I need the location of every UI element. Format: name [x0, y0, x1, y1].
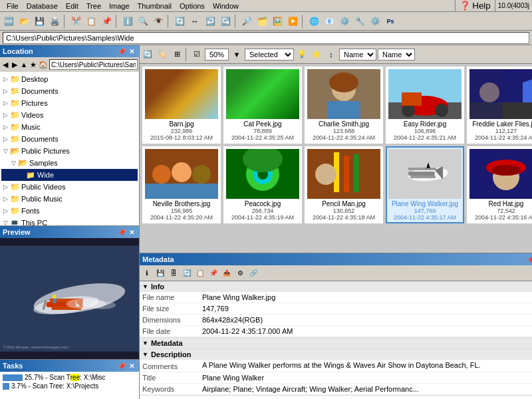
- meta-info-btn[interactable]: ℹ: [141, 267, 153, 279]
- tree-documents[interactable]: ▷ 📁 Documents: [1, 85, 138, 97]
- meta-section-metadata-header[interactable]: ▼ Metadata: [140, 338, 532, 348]
- thumb-easyrider[interactable]: Easy Rider.jpg 106,896 2004-11-22 4:35:2…: [386, 66, 464, 144]
- menu-database[interactable]: Database: [23, 1, 62, 11]
- thumb-pencilman[interactable]: Pencil Man.jpg 130,652 2004-11-22 4:35:1…: [305, 146, 383, 223]
- flip-btn[interactable]: ↔️: [188, 14, 202, 29]
- meta-pin-btn[interactable]: 📌: [526, 255, 532, 264]
- filter-dropdown[interactable]: Selected All Untagged: [245, 49, 294, 61]
- copy-btn[interactable]: 📋: [84, 14, 98, 29]
- meta-save2-btn[interactable]: 🗄: [168, 267, 180, 279]
- thumb-grid-btn[interactable]: ⊞: [170, 48, 184, 61]
- thumb-catpeek[interactable]: Cat Peek.jpg 78,889 2004-11-22 4:35:25 A…: [223, 66, 302, 144]
- tree-documents2[interactable]: ▷ 📁 Documents: [1, 133, 138, 145]
- svg-rect-47: [410, 176, 436, 178]
- tree-pictures[interactable]: ▷ 📁 Pictures: [1, 97, 138, 109]
- nav-home-btn[interactable]: 🏠: [38, 59, 49, 70]
- menu-tree[interactable]: Tree: [82, 1, 105, 11]
- thumb-tag-btn[interactable]: 🏷️: [156, 48, 169, 61]
- email-btn[interactable]: 📧: [322, 14, 336, 29]
- thumb-peacock[interactable]: Peacock.jpg 266,734 2004-11-22 4:35:19 A…: [223, 146, 302, 223]
- tree-wide[interactable]: 📁 Wide: [1, 169, 138, 181]
- menu-window[interactable]: Window: [209, 1, 243, 11]
- thumb-bulb-btn[interactable]: 💡: [295, 48, 309, 61]
- tree-samples[interactable]: ▽ 📂 Samples: [1, 157, 138, 169]
- new-btn[interactable]: 🆕: [1, 14, 16, 29]
- menu-thumbnail[interactable]: Thumbnail: [134, 1, 176, 11]
- meta-refresh-btn[interactable]: 🔄: [181, 267, 193, 279]
- meta-settings-btn[interactable]: ⚙: [234, 267, 246, 279]
- save-btn[interactable]: 💾: [32, 14, 47, 29]
- nav-forward-btn[interactable]: ▶: [11, 59, 19, 70]
- view-btn[interactable]: 👁️: [151, 14, 166, 29]
- location-input[interactable]: [49, 59, 138, 70]
- tree-desktop[interactable]: ▷ 📁 Desktop: [1, 73, 138, 85]
- filter-btn[interactable]: 🗂️: [255, 14, 269, 29]
- tree-public-videos[interactable]: ▷ 📁 Public Videos: [1, 181, 138, 193]
- thumb-freddie[interactable]: Freddie Laker Flies.jpg 112,127 2004-11-…: [467, 66, 532, 144]
- undo-btn[interactable]: ↩️: [203, 14, 217, 29]
- meta-row: File size 147,769: [140, 303, 532, 315]
- paste-btn[interactable]: 📌: [99, 14, 114, 29]
- tree-videos[interactable]: ▷ 📁 Videos: [1, 109, 138, 121]
- svg-rect-27: [469, 69, 503, 119]
- tree-public-music[interactable]: ▷ 📁 Public Music: [1, 193, 138, 205]
- search-btn[interactable]: 🔎: [239, 14, 254, 29]
- meta-paste-btn[interactable]: 📌: [207, 267, 219, 279]
- meta-export-btn[interactable]: 📤: [221, 267, 233, 279]
- tasks-pin-btn[interactable]: 📌: [117, 361, 126, 370]
- thumb-sort-btn[interactable]: ↕: [325, 48, 338, 61]
- thumb-barn[interactable]: Barn.jpg 232,986 2015-08-12 8:03:12 AM: [142, 66, 221, 144]
- ps-btn[interactable]: Ps: [383, 14, 398, 29]
- menu-options[interactable]: Options: [176, 1, 209, 11]
- open-btn[interactable]: 📂: [17, 14, 31, 29]
- meta-copy-btn[interactable]: 📋: [194, 267, 206, 279]
- thumb-name-redhat: Red Hat.jpg: [489, 200, 524, 207]
- thumb-check-btn[interactable]: ☑: [190, 48, 203, 61]
- cut-btn[interactable]: ✂️: [68, 14, 83, 29]
- menu-file[interactable]: File: [3, 1, 23, 11]
- menu-image[interactable]: Image: [105, 1, 134, 11]
- meta-save-btn[interactable]: 💾: [154, 267, 166, 279]
- convert-btn[interactable]: 🔧: [352, 14, 367, 29]
- ftp-btn[interactable]: 🌐: [307, 14, 321, 29]
- location-close-btn[interactable]: ✕: [127, 47, 136, 56]
- tree-this-pc[interactable]: ▽ 💻 This PC: [1, 217, 138, 225]
- menu-edit[interactable]: Edit: [62, 1, 82, 11]
- nav-bookmark-btn[interactable]: ★: [29, 59, 37, 70]
- meta-link-btn[interactable]: 🔗: [247, 267, 259, 279]
- slide-btn[interactable]: ▶️: [285, 14, 300, 29]
- thumb-refresh-btn[interactable]: 🔄: [141, 48, 154, 61]
- preview-pin-btn[interactable]: 📌: [117, 227, 126, 237]
- thumb-charlie[interactable]: Charlie Smith.jpg 123,688 2004-11-22 4:3…: [305, 66, 383, 144]
- nav-up-btn[interactable]: ▲: [19, 59, 28, 70]
- thumbs-btn[interactable]: 🖼️: [270, 14, 285, 29]
- tree-expand-icon: ▽: [1, 219, 9, 225]
- nav-back-btn[interactable]: ◀: [1, 59, 10, 70]
- zoom-input[interactable]: [205, 49, 229, 61]
- thumb-redhat[interactable]: Red Hat.jpg 72,542 2004-11-22 4:35:16 AM: [467, 146, 532, 223]
- zoom-btn[interactable]: 🔍: [136, 14, 150, 29]
- task-item-1: 25.7% - Scan Tree: X:\Misc: [1, 373, 138, 382]
- thumb-funnel-btn[interactable]: ▼: [230, 48, 243, 61]
- thumb-star-btn[interactable]: ⭐: [310, 48, 323, 61]
- settings-btn[interactable]: ⚙️: [368, 14, 382, 29]
- meta-section-info-header[interactable]: ▼ Info: [140, 281, 532, 292]
- rotate-btn[interactable]: 🔄: [172, 14, 187, 29]
- print-btn[interactable]: 🖨️: [47, 14, 62, 29]
- sort2-dropdown[interactable]: Name Date Size: [378, 49, 415, 61]
- batch-btn[interactable]: ⚙️: [337, 14, 352, 29]
- path-input[interactable]: [3, 32, 529, 44]
- thumb-planewing[interactable]: Plane Wing Walker.jpg 147,769 2004-11-22…: [386, 146, 464, 223]
- redo-btn[interactable]: ↪️: [218, 14, 233, 29]
- sort1-dropdown[interactable]: Name Date Size: [339, 49, 376, 61]
- meta-section-description-header[interactable]: ▼ Description: [140, 349, 532, 360]
- info-btn[interactable]: ℹ️: [120, 14, 135, 29]
- tree-public-pictures[interactable]: ▽ 📂 Public Pictures: [1, 145, 138, 157]
- thumb-neville[interactable]: Neville Brothers.jpg 156,985 2004-11-22 …: [142, 146, 221, 223]
- tree-music[interactable]: ▷ 📁 Music: [1, 121, 138, 133]
- tree-fonts[interactable]: ▷ 📁 Fonts: [1, 205, 138, 217]
- tasks-close-btn[interactable]: ✕: [127, 361, 136, 370]
- preview-close-btn[interactable]: ✕: [127, 227, 136, 237]
- help-button[interactable]: ❓ Help: [455, 0, 495, 12]
- location-pin-btn[interactable]: 📌: [117, 47, 126, 56]
